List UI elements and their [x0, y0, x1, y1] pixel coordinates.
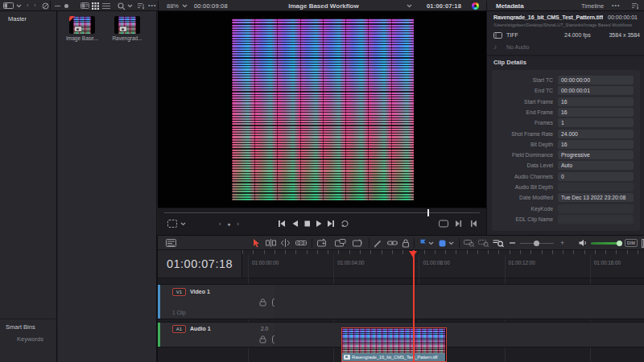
marker-icon[interactable] — [439, 240, 446, 247]
insert-clip-icon[interactable] — [317, 239, 328, 248]
video-track-name[interactable]: Video 1 — [190, 289, 210, 294]
timeline-zoom-out-icon[interactable] — [510, 242, 515, 244]
clip-media-icon — [344, 355, 350, 360]
chevron-down-icon[interactable] — [16, 4, 22, 8]
marker-chevron-icon[interactable] — [448, 241, 454, 245]
position-lock-icon[interactable] — [402, 239, 410, 248]
metadata-field-value[interactable]: 00:00:00:01 — [558, 86, 634, 95]
metadata-field-value[interactable] — [558, 215, 634, 224]
stop-icon[interactable] — [303, 220, 311, 228]
media-pool-more-options-icon[interactable]: ••• — [148, 2, 156, 8]
zoom-custom-icon[interactable] — [493, 239, 504, 247]
timeline-zoom-in-icon[interactable]: + — [560, 239, 564, 247]
viewer-sizing-chevron-icon[interactable] — [180, 222, 186, 226]
pen-icon[interactable] — [374, 239, 382, 248]
sidebar-item-keywords[interactable]: Keywords — [17, 335, 43, 343]
speaker-icon[interactable] — [579, 239, 588, 247]
video-track-lane[interactable] — [275, 285, 644, 319]
play-reverse-icon[interactable] — [291, 220, 299, 228]
selection-mode-icon[interactable] — [253, 239, 260, 248]
razor-edit-mode-icon[interactable] — [295, 239, 307, 247]
jog-control[interactable]: ‹ ● › — [219, 221, 242, 227]
metadata-field-value[interactable]: 00:00:00:00 — [558, 76, 634, 84]
metadata-preset-select[interactable]: Timeline — [581, 2, 604, 10]
sidebar-item-master[interactable]: Master — [8, 15, 27, 23]
flag-icon[interactable] — [419, 239, 427, 248]
viewer-scrub-playhead[interactable] — [427, 209, 429, 216]
viewer-scrub-bar[interactable] — [164, 212, 480, 213]
timeline-clip-selected[interactable]: Ravengrade_16_bit_CMS_Test_Pattern.tiff — [341, 327, 447, 362]
viewer-sizing-icon[interactable] — [167, 220, 177, 228]
timeline-ruler[interactable]: 01:00:00:0001:00:04:0001:00:08:0001:00:1… — [242, 250, 644, 278]
metadata-view-icon[interactable] — [80, 2, 89, 9]
bin-forward-icon[interactable]: › — [34, 2, 36, 9]
ruler-tick-marks — [242, 250, 644, 254]
clip-thumbnail[interactable] — [114, 16, 140, 34]
metadata-field-value[interactable]: 16 — [558, 108, 634, 117]
volume-slider-handle[interactable] — [617, 241, 622, 246]
dim-audio-button[interactable]: DIM — [625, 239, 638, 247]
track-lock-icon[interactable] — [259, 298, 266, 306]
viewer-video-area[interactable] — [158, 11, 486, 208]
trim-edit-mode-icon[interactable] — [266, 239, 276, 247]
audio-track-lane[interactable] — [275, 323, 644, 347]
search-icon[interactable] — [118, 2, 126, 10]
dynamic-trim-icon[interactable] — [280, 239, 291, 247]
sidebar-section-smart-bins[interactable]: Smart Bins — [6, 323, 35, 331]
audio-track-header[interactable]: A1 Audio 1 2.0 S M — [158, 323, 275, 347]
overwrite-clip-icon[interactable] — [335, 239, 346, 248]
flag-chevron-icon[interactable] — [428, 241, 434, 245]
clip-name-label: Ravengrad... — [103, 35, 151, 41]
clip-color-icon[interactable] — [42, 2, 49, 10]
video-track-header[interactable]: V1 Video 1 1 Clip — [158, 285, 275, 319]
metadata-field-value[interactable]: Auto — [558, 161, 634, 170]
clip-thumbnail[interactable] — [69, 16, 95, 34]
match-frame-icon[interactable] — [439, 220, 448, 228]
sort-icon[interactable] — [138, 2, 145, 10]
play-icon[interactable] — [316, 220, 323, 228]
timeline-view-options-icon[interactable] — [166, 239, 176, 247]
metadata-field-value[interactable]: 16 — [558, 140, 634, 149]
metadata-field-value[interactable] — [558, 183, 634, 191]
zoom-full-extent-icon[interactable] — [464, 239, 475, 247]
thumb-size-minus-icon[interactable] — [55, 6, 60, 7]
metadata-field-value[interactable]: 24.000 — [558, 130, 634, 138]
playhead[interactable] — [413, 250, 415, 362]
metadata-field-value[interactable]: 16 — [558, 97, 634, 106]
video-track-badge[interactable]: V1 — [172, 288, 186, 296]
thumbnail-view-icon[interactable] — [92, 2, 99, 10]
list-view-icon[interactable] — [102, 2, 110, 10]
metadata-file-duration: 00:00:00:01 — [608, 14, 638, 20]
bin-back-icon[interactable]: ‹ — [27, 2, 29, 9]
viewer-zoom-select[interactable]: 88% — [167, 2, 179, 10]
metadata-sort-icon[interactable] — [632, 2, 639, 10]
metadata-field-value[interactable]: Progressive — [558, 150, 634, 159]
timeline-zoom-slider-handle[interactable] — [534, 241, 539, 246]
metadata-field-value[interactable]: 1 — [558, 118, 634, 127]
search-chevron-icon[interactable] — [127, 4, 133, 8]
goto-last-frame-icon[interactable] — [455, 220, 462, 228]
metadata-field-value[interactable]: Tue Dec 13 2022 23:20:08 — [558, 193, 634, 202]
next-clip-icon[interactable] — [327, 220, 335, 228]
metadata-format: TIFF — [506, 32, 518, 38]
thumb-size-slider-handle[interactable] — [64, 4, 68, 8]
audio-track-name[interactable]: Audio 1 — [190, 326, 211, 331]
viewer-title-chevron-icon[interactable] — [407, 4, 412, 8]
replace-clip-icon[interactable] — [353, 239, 364, 248]
zoom-detail-icon[interactable] — [478, 239, 489, 247]
previous-clip-icon[interactable] — [278, 220, 286, 228]
metadata-field-value[interactable]: 0 — [558, 172, 634, 181]
loop-playback-icon[interactable] — [341, 220, 349, 228]
metadata-field-value[interactable] — [558, 204, 634, 213]
usage-flag-icon — [69, 16, 75, 22]
goto-first-frame-icon[interactable] — [470, 220, 477, 228]
metadata-more-options-icon[interactable]: ••• — [612, 2, 620, 8]
viewer-title[interactable]: Image Based Workflow — [243, 2, 404, 10]
track-lock-icon[interactable] — [259, 335, 266, 343]
color-wheel-icon[interactable] — [472, 2, 479, 10]
audio-track-badge[interactable]: A1 — [172, 325, 186, 333]
playhead-marker[interactable] — [409, 251, 417, 257]
media-pool-panel-icon[interactable] — [3, 2, 14, 9]
linked-selection-icon[interactable] — [387, 239, 398, 247]
viewer-zoom-chevron-icon[interactable] — [182, 4, 188, 8]
